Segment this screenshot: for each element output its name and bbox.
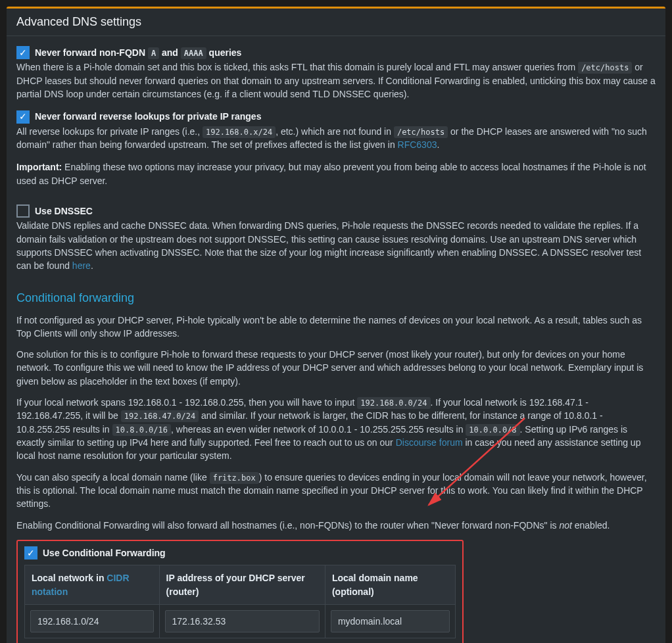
panel-title: Advanced DNS settings [16, 15, 656, 29]
local-domain-input[interactable] [331, 610, 450, 632]
dnssec-test-link[interactable]: here [72, 260, 91, 271]
never-forward-reverse-desc: All reverse lookups for private IP range… [16, 125, 656, 152]
cf-para-4: You can also specify a local domain name… [16, 471, 656, 511]
cf-col-dhcp-ip: IP address of your DHCP server (router) [159, 565, 325, 605]
cf-para-2: One solution for this is to configure Pi… [16, 348, 656, 388]
dhcp-ip-input[interactable] [165, 610, 320, 632]
cf-col-local-domain: Local domain name (optional) [325, 565, 455, 605]
never-forward-nonfqdn-desc: When there is a Pi-hole domain set and t… [16, 60, 656, 101]
use-dnssec-label: Use DNSSEC [35, 204, 93, 218]
local-network-input[interactable] [30, 610, 154, 632]
use-dnssec-desc: Validate DNS replies and cache DNSSEC da… [16, 219, 656, 272]
cf-col-local-network: Local network in CIDR notation [25, 565, 160, 605]
important-note: Important: Enabling these two options ma… [16, 160, 656, 187]
panel-header: Advanced DNS settings [7, 9, 665, 36]
cf-table: Local network in CIDR notation IP addres… [24, 565, 456, 638]
never-forward-nonfqdn-checkbox[interactable]: ✓ [16, 46, 30, 59]
never-forward-reverse-label: Never forward reverse lookups for privat… [35, 110, 261, 123]
cf-para-3: If your local network spans 192.168.0.1 … [16, 396, 656, 463]
use-cf-row: ✓ Use Conditional Forwarding [24, 546, 456, 560]
never-forward-nonfqdn-label: Never forward non-FQDN A and AAAA querie… [35, 46, 241, 59]
conditional-forwarding-box: ✓ Use Conditional Forwarding Local netwo… [16, 540, 464, 643]
advanced-dns-panel: Advanced DNS settings ✓ Never forward no… [7, 7, 665, 643]
conditional-forwarding-heading: Conditional forwarding [16, 289, 656, 306]
use-cf-checkbox[interactable]: ✓ [24, 546, 37, 560]
use-dnssec-checkbox[interactable] [16, 204, 30, 218]
discourse-link[interactable]: Discourse forum [396, 437, 463, 448]
never-forward-reverse-row: ✓ Never forward reverse lookups for priv… [16, 110, 656, 123]
cf-para-5: Enabling Conditional Forwarding will als… [16, 519, 656, 532]
use-cf-label: Use Conditional Forwarding [43, 546, 166, 560]
panel-body: ✓ Never forward non-FQDN A and AAAA quer… [7, 36, 665, 643]
rfc6303-link[interactable]: RFC6303 [398, 139, 437, 150]
never-forward-reverse-checkbox[interactable]: ✓ [16, 110, 30, 124]
cf-para-1: If not configured as your DHCP server, P… [16, 314, 656, 341]
never-forward-nonfqdn-row: ✓ Never forward non-FQDN A and AAAA quer… [16, 46, 656, 59]
use-dnssec-row: Use DNSSEC [16, 204, 656, 218]
